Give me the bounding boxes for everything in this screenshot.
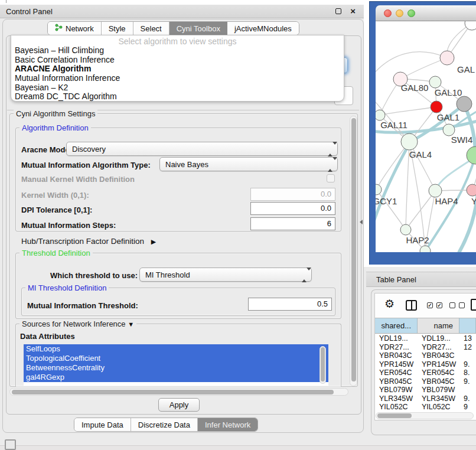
- network-edge[interactable]: [400, 58, 447, 79]
- select-all-icon[interactable]: ✓: [427, 302, 433, 308]
- expand-right-icon[interactable]: ▶: [151, 238, 156, 245]
- network-node[interactable]: [440, 51, 454, 65]
- attribute-list-item[interactable]: SelfLoops: [24, 344, 328, 354]
- attribute-list-item[interactable]: gal4RGexp: [24, 373, 328, 382]
- tab-cyni-toolbox[interactable]: Cyni Toolbox: [169, 22, 227, 35]
- table-cell: [459, 386, 476, 394]
- mi-threshold-title: MI Threshold Definition: [25, 283, 109, 292]
- network-view-window[interactable]: GALGAL80GAL10GAL1GAL11SWI4GAL4GCY1HAP4YH…: [369, 1, 476, 265]
- close-traffic-icon[interactable]: [384, 9, 392, 17]
- table-row[interactable]: YPR145WYPR145W9.: [375, 360, 476, 369]
- tab-discretize-data[interactable]: Discretize Data: [131, 418, 198, 431]
- network-canvas[interactable]: GALGAL80GAL10GAL1GAL11SWI4GAL4GCY1HAP4YH…: [376, 21, 476, 252]
- network-node[interactable]: [400, 224, 411, 235]
- attribute-list-item[interactable]: BetweennessCentrality: [24, 363, 328, 373]
- panel-corner-button[interactable]: [5, 439, 16, 450]
- column-header-shared-name[interactable]: shared...: [375, 318, 418, 333]
- dpi-tolerance-field[interactable]: 0.0: [250, 202, 335, 215]
- attributes-scroll-thumb[interactable]: [321, 347, 325, 381]
- mi-type-combo[interactable]: Naive Bayes: [159, 157, 338, 171]
- algorithm-option[interactable]: Mutual Information Inference: [11, 74, 344, 83]
- settings-hscroll-thumb[interactable]: [12, 390, 334, 394]
- column-header-name[interactable]: name: [418, 318, 459, 333]
- tab-infer-network[interactable]: Infer Network: [198, 418, 257, 431]
- table-row[interactable]: YBL079WYBL079W: [375, 386, 476, 394]
- settings-vertical-scrollbar[interactable]: [350, 116, 357, 386]
- combo-arrows-icon: [328, 145, 333, 154]
- network-node[interactable]: [429, 184, 442, 197]
- tab-jactivemnodules[interactable]: jActiveMNodules: [227, 22, 299, 35]
- table-horizontal-scrollbar[interactable]: [376, 412, 474, 419]
- network-node[interactable]: [376, 184, 382, 195]
- close-panel-icon[interactable]: ×: [350, 6, 356, 16]
- table-cell: [459, 351, 476, 360]
- document-icon[interactable]: [471, 299, 476, 311]
- algorithm-option[interactable]: ARACNE Algorithm: [11, 64, 344, 74]
- settings-vscroll-thumb[interactable]: [351, 118, 356, 381]
- algorithm-option[interactable]: Basic Correlation Inference: [11, 56, 344, 65]
- network-node[interactable]: [443, 124, 455, 136]
- sources-title[interactable]: Sources for Network Inference ▼: [19, 319, 136, 328]
- network-edge[interactable]: [376, 142, 409, 190]
- tab-network-label: Network: [66, 24, 94, 33]
- apply-button[interactable]: Apply: [158, 398, 200, 412]
- network-edge[interactable]: [406, 191, 435, 230]
- minimize-traffic-icon[interactable]: [396, 9, 403, 17]
- network-window-titlebar[interactable]: [376, 5, 476, 21]
- table-row[interactable]: YLR345WYLR345W9.: [375, 394, 476, 403]
- collapse-down-icon[interactable]: ▼: [128, 321, 134, 328]
- network-node[interactable]: [457, 96, 472, 112]
- network-edge[interactable]: [376, 52, 447, 76]
- split-columns-icon[interactable]: [406, 300, 417, 311]
- table-cell: YDL19...: [418, 334, 459, 343]
- column-header-cut[interactable]: [459, 318, 476, 333]
- mi-steps-field[interactable]: 6: [250, 217, 335, 230]
- deselect-all-icon[interactable]: [459, 302, 465, 308]
- table-row[interactable]: YDL19...YDL19...13: [375, 334, 476, 343]
- network-edge[interactable]: [380, 107, 436, 115]
- which-threshold-combo[interactable]: MI Threshold: [139, 268, 312, 282]
- attributes-scrollbar[interactable]: [319, 346, 326, 384]
- network-node[interactable]: [467, 184, 476, 196]
- algorithm-option[interactable]: Dream8 DC_TDC Algorithm: [11, 92, 344, 102]
- tab-style[interactable]: Style: [102, 22, 133, 35]
- attribute-list-item[interactable]: TopologicalCoefficient: [24, 354, 328, 363]
- network-node[interactable]: [376, 110, 385, 120]
- combo-arrows-icon: [302, 270, 307, 279]
- network-node-label: GAL4: [409, 149, 432, 159]
- tab-select[interactable]: Select: [133, 22, 169, 35]
- control-panel-tabbar: Network Style Select Cyni Toolbox jActiv…: [47, 21, 299, 35]
- network-node[interactable]: [429, 76, 441, 88]
- tab-impute-data[interactable]: Impute Data: [74, 418, 131, 431]
- table-row[interactable]: YBR045CYBR045C9.: [375, 377, 476, 386]
- algorithm-option[interactable]: Bayesian – Hill Climbing: [11, 46, 344, 56]
- hub-section-label[interactable]: Hub/Transcription Factor Definition ▶: [21, 237, 156, 246]
- tab-network[interactable]: Network: [48, 22, 102, 35]
- split-pane-collapse-icon[interactable]: [360, 220, 363, 224]
- table-row[interactable]: YBR043CYBR043C: [375, 351, 476, 360]
- table-cell: YBR045C: [418, 377, 459, 386]
- float-window-icon[interactable]: [335, 8, 341, 14]
- table-cell: 12: [459, 343, 476, 352]
- table-panel-inner: ⚙ ✓ ✓ shared... name YDL19...YDL19...13Y…: [374, 293, 476, 420]
- kernel-width-field[interactable]: 0.0: [250, 188, 335, 201]
- network-node-label: HAP4: [435, 196, 458, 206]
- algorithm-option[interactable]: Bayesian – K2: [11, 83, 344, 93]
- table-row[interactable]: YIL052CYIL052C9: [375, 403, 476, 411]
- gear-icon[interactable]: ⚙: [384, 298, 395, 309]
- network-node[interactable]: [401, 133, 418, 150]
- mi-threshold-field[interactable]: 0.5: [248, 298, 332, 311]
- select-all-icon[interactable]: ✓: [436, 302, 442, 308]
- manual-kernel-checkbox[interactable]: [327, 174, 335, 182]
- zoom-traffic-icon[interactable]: [407, 9, 415, 17]
- network-node-label: GAL80: [401, 83, 429, 93]
- settings-horizontal-scrollbar[interactable]: [9, 388, 348, 396]
- aracne-mode-combo[interactable]: Discovery: [66, 142, 338, 156]
- table-row[interactable]: YER054CYER054C8.: [375, 369, 476, 377]
- network-node[interactable]: [431, 101, 442, 113]
- table-hscroll-thumb[interactable]: [377, 413, 412, 418]
- deselect-all-icon[interactable]: [449, 302, 455, 308]
- table-row[interactable]: YDR27...YDR27...12: [375, 343, 476, 352]
- table-cell: YER054C: [418, 369, 459, 377]
- network-node[interactable]: [465, 21, 476, 30]
